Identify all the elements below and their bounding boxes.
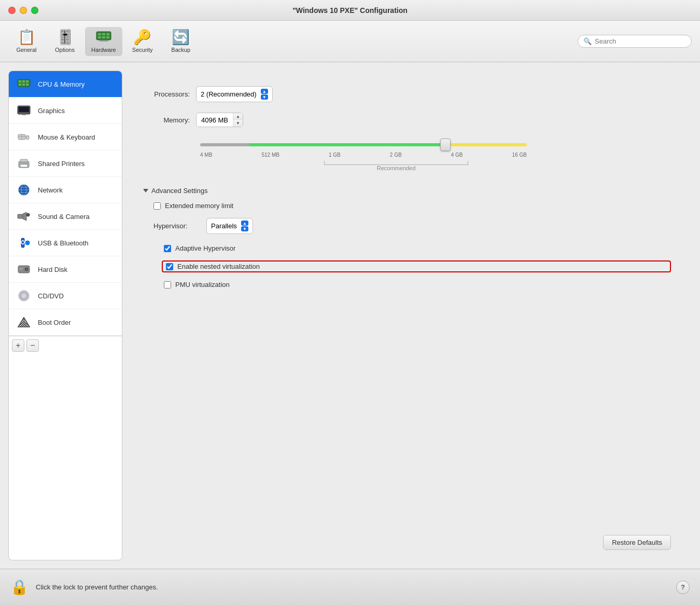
close-button[interactable]: [8, 7, 16, 14]
toolbar: 📋 General 🎚️ Options Hardware 🔑 Security: [0, 21, 700, 62]
sidebar-item-network[interactable]: Network: [9, 177, 122, 203]
extended-memory-checkbox[interactable]: [153, 202, 161, 210]
svg-rect-2: [102, 33, 105, 35]
sidebar-item-label-hard-disk: Hard Disk: [38, 266, 67, 273]
memory-input[interactable]: [197, 114, 233, 126]
sidebar-item-label-mouse-keyboard: Mouse & Keyboard: [38, 133, 95, 141]
memory-up-arrow[interactable]: ▲: [233, 113, 243, 120]
sidebar-item-label-cd-dvd: CD/DVD: [38, 292, 64, 300]
sidebar-item-cd-dvd[interactable]: CD/DVD: [9, 283, 122, 309]
remove-item-button[interactable]: −: [26, 339, 39, 352]
nested-virtualization-checkbox[interactable]: [166, 263, 173, 270]
adaptive-hypervisor-row: Adaptive Hypervisor: [162, 244, 671, 252]
restore-defaults-button[interactable]: Restore Defaults: [603, 535, 671, 550]
hypervisor-down-arrow[interactable]: ▼: [241, 226, 248, 231]
title-bar: "Windows 10 PXE" Configuration: [0, 0, 700, 21]
svg-point-37: [26, 213, 30, 216]
sidebar-item-sound-camera[interactable]: Sound & Camera: [9, 203, 122, 230]
sidebar-footer: + −: [9, 336, 122, 355]
lock-icon[interactable]: 🔒: [10, 579, 29, 596]
hypervisor-value: Parallels: [211, 222, 237, 230]
network-icon: [16, 182, 32, 198]
processors-label: Processors:: [143, 90, 190, 98]
adaptive-hypervisor-checkbox[interactable]: [164, 245, 171, 252]
hardware-label: Hardware: [91, 47, 116, 53]
minimize-button[interactable]: [20, 7, 27, 14]
svg-marker-36: [23, 212, 26, 221]
processors-value: 2 (Recommended): [201, 90, 257, 98]
sidebar-item-boot-order[interactable]: Boot Order: [9, 309, 122, 336]
svg-rect-1: [98, 33, 101, 35]
sidebar-item-shared-printers[interactable]: Shared Printers: [9, 150, 122, 177]
pmu-virtualization-checkbox[interactable]: [164, 281, 171, 288]
detail-panel: Processors: 2 (Recommended) ▲ ▼ Memory: …: [122, 71, 692, 560]
sidebar-item-usb-bluetooth[interactable]: USB & Bluetooth: [9, 230, 122, 256]
memory-slider-thumb[interactable]: [440, 139, 451, 151]
hypervisor-label: Hypervisor:: [153, 222, 200, 230]
advanced-settings-header[interactable]: Advanced Settings: [143, 187, 671, 195]
processors-up-arrow[interactable]: ▲: [261, 89, 268, 94]
maximize-button[interactable]: [31, 7, 38, 14]
memory-row: Memory: ▲ ▼: [143, 113, 671, 127]
sidebar-item-label-cpu-memory: CPU & Memory: [38, 80, 85, 88]
toolbar-btn-hardware[interactable]: Hardware: [85, 27, 122, 56]
svg-rect-3: [106, 33, 109, 35]
hypervisor-select[interactable]: Parallels ▲ ▼: [206, 218, 253, 234]
bottom-bar: 🔒 Click the lock to prevent further chan…: [0, 569, 700, 605]
graphics-icon: [16, 103, 32, 118]
toolbar-btn-backup[interactable]: 🔄 Backup: [163, 27, 199, 56]
sidebar-item-cpu-memory[interactable]: CPU & Memory: [9, 71, 122, 98]
memory-slider-track-wrapper: [200, 140, 527, 150]
memory-slider-container: 4 MB 512 MB 1 GB 2 GB 4 GB 16 GB Recomme…: [195, 140, 532, 171]
memory-down-arrow[interactable]: ▼: [233, 120, 243, 127]
backup-label: Backup: [171, 47, 190, 53]
sidebar-item-label-network: Network: [38, 186, 63, 194]
toolbar-btn-options[interactable]: 🎚️ Options: [47, 27, 83, 56]
sidebar-item-hard-disk[interactable]: Hard Disk: [9, 256, 122, 283]
add-item-button[interactable]: +: [12, 339, 24, 352]
extended-memory-row: Extended memory limit: [151, 202, 671, 210]
bottom-bar-text: Click the lock to prevent further change…: [36, 583, 158, 591]
recommended-label: Recommended: [377, 165, 416, 171]
sidebar-item-mouse-keyboard[interactable]: Mouse & Keyboard: [9, 124, 122, 150]
memory-spinner[interactable]: ▲ ▼: [196, 113, 243, 127]
svg-rect-35: [18, 214, 23, 218]
tick-16gb: 16 GB: [512, 152, 527, 158]
general-label: General: [16, 47, 36, 53]
recommended-area: Recommended: [200, 159, 527, 171]
svg-point-43: [25, 241, 30, 245]
toolbar-btn-general[interactable]: 📋 General: [8, 27, 45, 56]
nested-virtualization-label: Enable nested virtualization: [177, 263, 260, 270]
window-controls[interactable]: [8, 7, 38, 14]
search-box[interactable]: 🔍: [578, 35, 692, 48]
svg-rect-13: [26, 80, 29, 82]
help-button[interactable]: ?: [676, 581, 690, 594]
recommended-bracket: Recommended: [324, 159, 468, 171]
hypervisor-up-arrow[interactable]: ▲: [241, 221, 248, 226]
processors-stepper[interactable]: ▲ ▼: [261, 89, 268, 100]
hypervisor-stepper[interactable]: ▲ ▼: [241, 221, 248, 231]
main-content: CPU & Memory Graphics: [0, 62, 700, 569]
sidebar-item-graphics[interactable]: Graphics: [9, 98, 122, 124]
search-input[interactable]: [595, 37, 686, 45]
processors-select[interactable]: 2 (Recommended) ▲ ▼: [196, 86, 273, 102]
svg-rect-27: [20, 159, 27, 162]
memory-slider-track: [200, 143, 527, 146]
sidebar-item-label-graphics: Graphics: [38, 107, 65, 115]
hard-disk-icon: [16, 262, 32, 277]
sidebar: CPU & Memory Graphics: [8, 71, 122, 560]
sound-camera-icon: [16, 209, 32, 224]
svg-rect-14: [19, 84, 21, 86]
svg-rect-18: [19, 107, 29, 112]
hypervisor-row: Hypervisor: Parallels ▲ ▼: [151, 218, 671, 234]
shared-printers-icon: [16, 156, 32, 171]
memory-label: Memory:: [143, 116, 190, 124]
toolbar-btn-security[interactable]: 🔑 Security: [124, 27, 161, 56]
processors-down-arrow[interactable]: ▼: [261, 94, 268, 100]
svg-rect-15: [22, 84, 25, 86]
detail-bottom-row: Restore Defaults: [143, 514, 671, 550]
boot-order-icon: [16, 314, 32, 330]
sidebar-item-label-usb-bluetooth: USB & Bluetooth: [38, 239, 89, 247]
options-label: Options: [55, 47, 75, 53]
pmu-virtualization-label: PMU virtualization: [175, 281, 230, 288]
